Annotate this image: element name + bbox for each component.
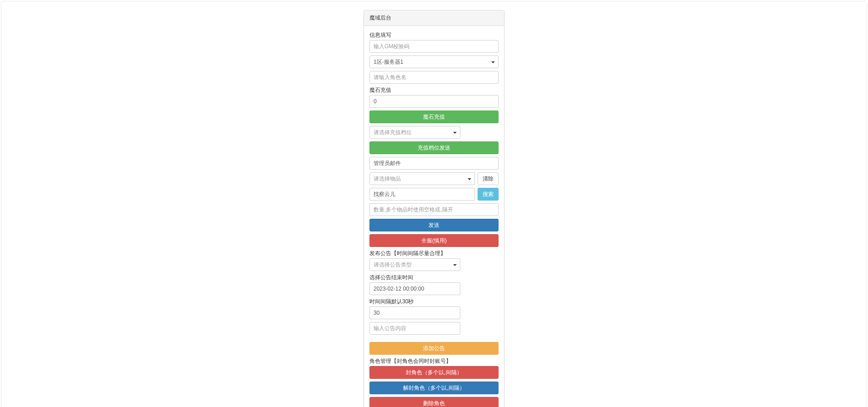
notice-type-select[interactable] <box>369 258 460 271</box>
unban-role-button[interactable]: 解封角色（多个以,间隔） <box>369 382 499 394</box>
role-manage-label: 角色管理【封角色会同时封账号】 <box>369 357 499 365</box>
notice-end-label: 选择公告结束时间 <box>369 274 499 281</box>
admin-panel: 魔域后台 信息填写 魔石充值 魔石充值 <box>364 10 504 407</box>
gm-code-input[interactable] <box>369 40 499 53</box>
add-notice-button[interactable]: 添加公告 <box>369 342 499 355</box>
ban-role-button[interactable]: 封角色（多个以,间隔） <box>369 366 499 379</box>
notice-content-input[interactable] <box>369 322 460 335</box>
notice-interval-input[interactable] <box>369 307 460 319</box>
info-label: 信息填写 <box>369 31 499 39</box>
search-button[interactable]: 搜索 <box>478 188 499 201</box>
quantity-input[interactable] <box>369 203 499 216</box>
server-select[interactable] <box>369 55 499 68</box>
notice-interval-label: 时间间隔默认30秒 <box>369 298 499 306</box>
global-send-button[interactable]: 全服(慎用) <box>369 234 499 247</box>
mail-title-input[interactable] <box>369 157 499 170</box>
delete-role-button[interactable]: 删除角色 <box>369 397 499 407</box>
stone-label: 魔石充值 <box>369 86 499 94</box>
recharge-slot-select[interactable] <box>369 126 460 139</box>
notice-label: 发布公告【时间间隔尽量合理】 <box>369 250 499 257</box>
item-select[interactable] <box>369 172 475 185</box>
stone-amount-input[interactable] <box>369 95 499 108</box>
send-button[interactable]: 发送 <box>369 219 499 231</box>
role-name-input[interactable] <box>369 71 499 84</box>
stone-recharge-button[interactable]: 魔石充值 <box>369 111 499 123</box>
notice-end-input[interactable] <box>369 282 460 295</box>
recharge-slot-send-button[interactable]: 充值档位发送 <box>369 141 499 154</box>
clear-item-button[interactable]: 清除 <box>478 172 499 185</box>
panel-title: 魔域后台 <box>364 10 504 26</box>
search-input[interactable] <box>369 188 475 201</box>
